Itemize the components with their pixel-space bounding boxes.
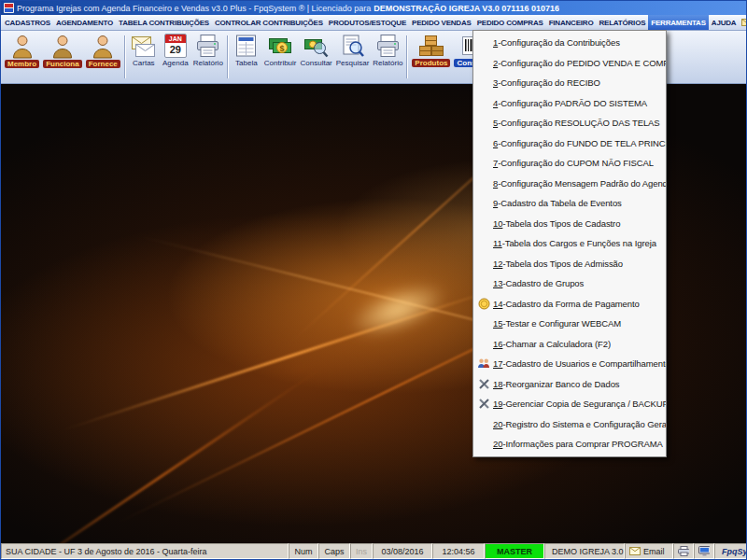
blank-icon <box>476 136 491 150</box>
menuitem-cadastro-tabela-eventos[interactable]: 9-Cadastro da Tabela de Eventos <box>473 193 666 214</box>
menuitem-chamar-calculadora[interactable]: 16-Chamar a Calculadora (F2) <box>473 334 666 355</box>
menuitem-text: 1-Configuração da Contribuições <box>493 37 620 48</box>
menuitem-config-fundo-tela[interactable]: 6-Configuração do FUNDO DE TELA PRINCIPA… <box>473 133 666 154</box>
email-icon <box>629 547 641 555</box>
toolbar-agenda-button[interactable]: JAN 29 Agenda <box>160 33 191 68</box>
toolbar-button-label: Produtos <box>412 59 450 67</box>
blank-icon <box>476 76 491 90</box>
ferramentas-dropdown-menu: 1-Configuração da Contribuições 2-Config… <box>472 30 667 457</box>
menuitem-config-mensagem-agendamento[interactable]: 8-Configuração Mensagem Padrão do Agenda… <box>473 174 666 194</box>
toolbar-funcionario-button[interactable]: Funciona <box>41 33 84 69</box>
menuitem-text: 4-Configuração PADRÃO DO SISTEMA <box>493 98 647 108</box>
toolbar-pesquisar-button[interactable]: Pesquisar <box>334 33 372 68</box>
report-printer-icon <box>195 34 220 58</box>
menuitem-text: 8-Configuração Mensagem Padrão do Agenda… <box>493 178 666 189</box>
toolbar-cartas-button[interactable]: Cartas <box>128 33 160 68</box>
menuitem-text: 11-Tabela dos Cargos e Funções na Igreja <box>493 238 656 248</box>
menuitem-gerenciar-backup[interactable]: 19-Gerenciar Copia de Segurança / BACKUP… <box>473 394 666 414</box>
email-label: Email <box>643 547 665 556</box>
menuitem-text: 17-Cadastro de Usuarios e Compartilhamen… <box>493 358 666 369</box>
light-streak <box>59 280 521 433</box>
statusbar-monitor-panel[interactable] <box>694 543 714 559</box>
menuitem-cadastro-forma-pagamento[interactable]: 14-Cadastro da Forma de Pagamento <box>473 294 666 315</box>
blank-icon <box>476 116 491 130</box>
toolbar-fornecedor-button[interactable]: Fornece <box>84 33 122 69</box>
calendar-icon: JAN 29 <box>164 34 187 58</box>
search-document-icon <box>341 34 365 58</box>
toolbar-separator <box>406 35 408 78</box>
menu-email[interactable]: E-MAIL <box>739 15 747 30</box>
menuitem-text: 2-Configuração do PEDIDO VENDA E COMPRA <box>493 58 666 68</box>
menuitem-tabela-cargos-funcoes[interactable]: 11-Tabela dos Cargos e Funções na Igreja <box>473 233 666 254</box>
toolbar-relatorio2-button[interactable]: Relatório <box>371 33 404 68</box>
users-icon <box>476 357 491 371</box>
toolbar-tabela-button[interactable]: Tabela <box>231 33 262 68</box>
statusbar-email[interactable]: Email <box>625 543 673 559</box>
monitor-icon <box>698 546 710 556</box>
menu-ferramentas[interactable]: FERRAMENTAS <box>648 15 709 30</box>
supplier-person-icon <box>92 34 114 59</box>
tools-icon <box>476 397 491 411</box>
numlock-label: Num <box>294 547 312 556</box>
menuitem-testar-webcam[interactable]: 15-Testar e Configurar WEBCAM <box>473 314 666 334</box>
menuitem-config-cupom-nao-fiscal[interactable]: 7-Configuração do CUPOM NÃO FISCAL <box>473 153 666 174</box>
menubar: CADASTROS AGENDAMENTO TABELA CONTRIBUIÇÕ… <box>1 15 746 31</box>
table-icon <box>234 34 258 58</box>
menu-tabela-contribuicoes[interactable]: TABELA CONTRIBUIÇÕES <box>116 15 212 30</box>
blank-icon <box>476 156 491 170</box>
menu-pedido-vendas[interactable]: PEDIDO VENDAS <box>409 15 474 30</box>
menuitem-informacoes-comprar[interactable]: 20-Informações para Comprar PROGRAMA <box>473 434 666 455</box>
menu-pedido-compras[interactable]: PEDIDO COMPRAS <box>474 15 546 30</box>
titlebar[interactable]: Programa Igrejas com Agenda Financeiro e… <box>1 1 746 15</box>
app-icon <box>4 3 14 13</box>
money-search-icon <box>303 34 329 58</box>
svg-text:$: $ <box>279 44 284 53</box>
menu-ajuda[interactable]: AJUDA <box>709 15 740 30</box>
statusbar-printer-panel[interactable] <box>673 543 694 559</box>
menu-cadastros[interactable]: CADASTROS <box>2 15 53 30</box>
report-printer-icon <box>375 34 401 58</box>
email-icon <box>741 19 747 26</box>
toolbar-button-label: Funciona <box>43 60 82 68</box>
menuitem-cadastro-usuarios-acesso[interactable]: 17-Cadastro de Usuarios e Compartilhamen… <box>473 354 666 374</box>
menuitem-tabela-tipos-cadastro[interactable]: 10-Tabela dos Tipos de Cadastro <box>473 214 666 234</box>
calendar-day: 29 <box>165 43 186 57</box>
blank-icon <box>476 217 491 231</box>
menu-produtos-estoque[interactable]: PRODUTOS/ESTOQUE <box>326 15 409 30</box>
light-streak <box>1 367 323 545</box>
capslock-label: Caps <box>324 547 344 556</box>
menuitem-reorganizar-banco-dados[interactable]: 18-Reorganizar Banco de Dados <box>473 374 666 395</box>
menu-relatorios[interactable]: RELATÓRIOS <box>596 15 648 30</box>
menu-financeiro[interactable]: FINANCEIRO <box>546 15 597 30</box>
menuitem-config-pedido-venda-compra[interactable]: 2-Configuração do PEDIDO VENDA E COMPRA <box>473 53 666 74</box>
menuitem-config-resolucao-telas[interactable]: 5-Configuração RESOLUÇÃO DAS TELAS <box>473 113 666 133</box>
tools-icon <box>476 377 491 391</box>
statusbar-location-date: SUA CIDADE - UF 3 de Agosto de 2016 - Qu… <box>1 543 289 559</box>
menuitem-config-padrao-sistema[interactable]: 4-Configuração PADRÃO DO SISTEMA <box>473 93 666 114</box>
menuitem-config-recibo[interactable]: 3-Configuração do RECIBO <box>473 73 666 93</box>
toolbar-separator <box>227 35 229 78</box>
menuitem-cadastro-grupos[interactable]: 13-Cadastro de Grupos <box>473 273 666 294</box>
toolbar-button-label: Consultar <box>301 59 332 67</box>
blank-icon <box>476 276 491 290</box>
database-value: DEMO IGREJA 3.0 <box>552 547 624 556</box>
toolbar-produtos-button[interactable]: Produtos <box>410 33 452 68</box>
toolbar-consultar-contribuicao-button[interactable]: Consultar <box>299 33 334 68</box>
menuitem-text: 12-Tabela dos Tipos de Admissão <box>493 259 623 269</box>
toolbar-membro-button[interactable]: Membro <box>3 33 41 69</box>
menu-controlar-contribuicoes[interactable]: CONTROLAR CONTRIBUIÇÕES <box>212 15 326 30</box>
statusbar: SUA CIDADE - UF 3 de Agosto de 2016 - Qu… <box>1 543 747 559</box>
menuitem-tabela-tipos-admissao[interactable]: 12-Tabela dos Tipos de Admissão <box>473 254 666 274</box>
window-title-text: Programa Igrejas com Agenda Financeiro e… <box>17 4 371 13</box>
statusbar-insert-indicator: Ins <box>350 543 373 559</box>
blank-icon <box>476 316 491 330</box>
blank-icon <box>476 196 491 210</box>
menuitem-text: 14-Cadastro da Forma de Pagamento <box>493 299 640 309</box>
toolbar-contribuir-button[interactable]: $ Contribuir <box>262 33 299 68</box>
menuitem-registro-sistema[interactable]: 20-Registro do Sistema e Configuração Ge… <box>473 414 666 435</box>
employee-person-icon <box>51 34 74 59</box>
menu-agendamento[interactable]: AGENDAMENTO <box>53 15 116 30</box>
blank-icon <box>476 96 491 110</box>
toolbar-relatorio-button[interactable]: Relatório <box>191 33 225 68</box>
menuitem-config-contribuicoes[interactable]: 1-Configuração da Contribuições <box>473 33 666 53</box>
